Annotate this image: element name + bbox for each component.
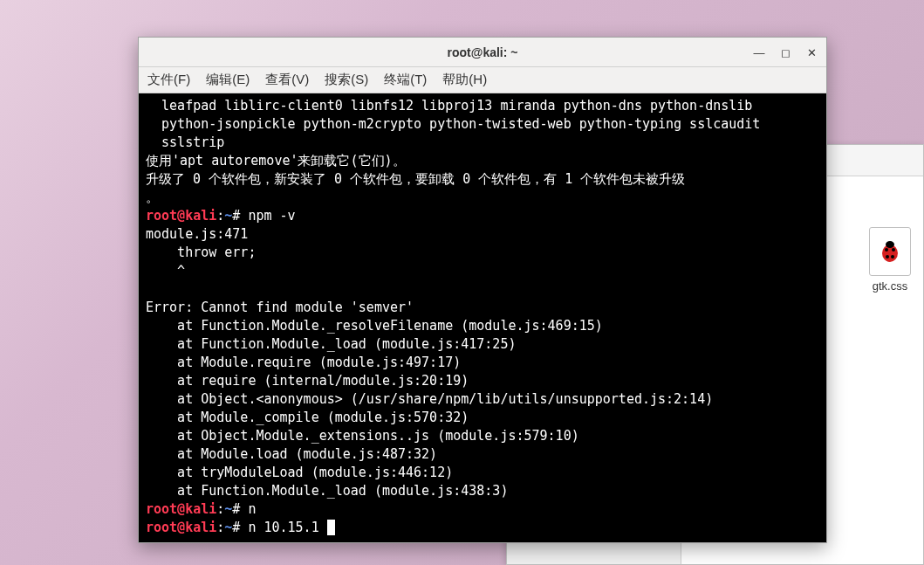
term-line: 使用'apt autoremove'来卸载它(它们)。 <box>146 153 406 169</box>
term-line: at tryModuleLoad (module.js:446:12) <box>146 465 453 480</box>
terminal-title: root@kali: ~ <box>139 45 826 59</box>
menu-help[interactable]: 帮助(H) <box>442 72 487 88</box>
term-line: 升级了 0 个软件包，新安装了 0 个软件包，要卸载 0 个软件包，有 1 个软… <box>146 171 685 187</box>
term-line: ^ <box>146 263 185 279</box>
prompt-user: root@kali <box>146 520 216 535</box>
term-line: at Module.require (module.js:497:17) <box>146 355 461 370</box>
minimize-button[interactable]: — <box>749 43 769 62</box>
term-line: at Function.Module._load (module.js:438:… <box>146 483 508 499</box>
term-line: sslstrip <box>146 134 224 150</box>
close-button[interactable]: ✕ <box>802 43 821 62</box>
term-line: at Object.<anonymous> (/usr/share/npm/li… <box>146 391 713 407</box>
bug-icon <box>876 238 904 265</box>
prompt-cmd: # n <box>232 501 256 517</box>
term-line: module.js:471 <box>146 226 248 242</box>
prompt-cmd: # npm -v <box>232 208 295 224</box>
svg-point-4 <box>891 255 894 258</box>
terminal-menubar: 文件(F) 编辑(E) 查看(V) 搜索(S) 终端(T) 帮助(H) <box>139 67 826 93</box>
svg-point-2 <box>892 248 895 251</box>
terminal-cursor <box>327 520 335 535</box>
term-line: python-jsonpickle python-m2crypto python… <box>146 116 760 132</box>
prompt-path: ~ <box>224 501 232 517</box>
term-line: throw err; <box>146 245 256 260</box>
menu-terminal[interactable]: 终端(T) <box>384 72 427 88</box>
terminal-window[interactable]: root@kali: ~ — ◻ ✕ 文件(F) 编辑(E) 查看(V) 搜索(… <box>138 37 827 543</box>
term-line: at Function.Module._resolveFilename (mod… <box>146 318 603 334</box>
term-line: at require (internal/module.js:20:19) <box>146 373 469 389</box>
menu-view[interactable]: 查看(V) <box>265 72 309 88</box>
term-line: at Object.Module._extensions..js (module… <box>146 428 579 444</box>
svg-point-5 <box>886 241 894 248</box>
file-label: gtk.css <box>863 279 917 293</box>
file-icon <box>869 227 911 276</box>
term-line: Error: Cannot find module 'semver' <box>146 300 414 315</box>
svg-point-1 <box>885 248 888 251</box>
window-controls: — ◻ ✕ <box>749 43 821 62</box>
term-line: at Module.load (module.js:487:32) <box>146 446 437 462</box>
svg-point-3 <box>886 255 889 258</box>
term-line: at Function.Module._load (module.js:417:… <box>146 336 516 352</box>
terminal-titlebar[interactable]: root@kali: ~ — ◻ ✕ <box>139 38 826 67</box>
prompt-path: ~ <box>224 520 232 535</box>
menu-file[interactable]: 文件(F) <box>147 72 190 88</box>
term-line: leafpad liblirc-client0 libnfs12 libproj… <box>146 98 752 114</box>
term-line: 。 <box>146 189 159 205</box>
desktop-file-gtkcss[interactable]: gtk.css <box>863 227 917 293</box>
menu-search[interactable]: 搜索(S) <box>325 72 368 88</box>
prompt-path: ~ <box>224 208 232 224</box>
menu-edit[interactable]: 编辑(E) <box>206 72 250 88</box>
prompt-cmd: # n 10.15.1 <box>232 520 326 535</box>
maximize-button[interactable]: ◻ <box>776 43 795 62</box>
prompt-user: root@kali <box>146 501 216 517</box>
term-line: at Module._compile (module.js:570:32) <box>146 410 469 425</box>
prompt-user: root@kali <box>146 208 216 224</box>
terminal-body[interactable]: leafpad liblirc-client0 libnfs12 libproj… <box>139 93 826 542</box>
